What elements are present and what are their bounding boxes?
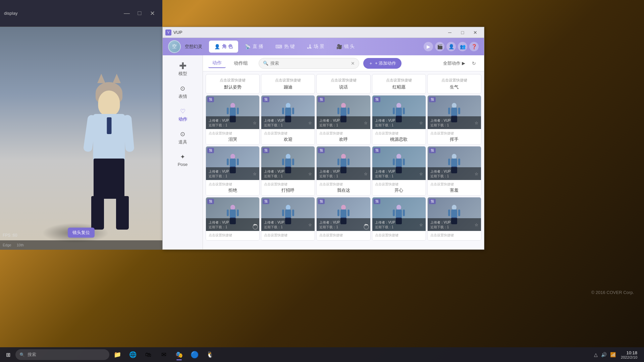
anim-card-2-1[interactable]: 预 上传者：VUP 近期下载：1 (261, 197, 315, 241)
action-card-talk[interactable]: 点击设置快捷键 说话 (316, 74, 370, 94)
display-window-controls: — □ ✕ (121, 9, 158, 17)
sound-icon[interactable]: 🔊 (600, 352, 608, 357)
search-input[interactable] (270, 61, 349, 66)
anim-card-0-0[interactable]: 预 上传者：VUP 近期下载：1 (206, 95, 260, 145)
favorite-star-1-0[interactable]: ☆ (253, 172, 257, 176)
anim-card-0-3[interactable]: 预 上传者：VUP 近期下载：1 (372, 95, 426, 145)
search-box[interactable]: 🔍 ✕ (259, 58, 359, 69)
notification-area-icon[interactable]: △ (593, 352, 599, 357)
favorite-star-0-3[interactable]: ☆ (419, 121, 423, 125)
card-thumbnail-1-3: 预 上传者：VUP 近期下载：1 (372, 146, 426, 180)
uploader-0-0: 上传者：VUP (209, 118, 229, 123)
shortcut-hint-1: 点击设置快捷键 (265, 78, 311, 83)
mini-torso (230, 108, 236, 116)
anim-card-1-1[interactable]: 预 上传者：VUP 近期下载：1 (261, 146, 315, 196)
card-info-0-0: 上传者：VUP 近期下载：1 ☆ (206, 116, 259, 129)
vup-maximize-btn[interactable]: □ (457, 28, 469, 37)
nav-user-btn[interactable]: 👤 (446, 42, 456, 51)
action-card-bundi[interactable]: 点击设置快捷键 蹦迪 (261, 74, 315, 94)
camera-reset-button[interactable]: 镜头复位 (68, 228, 95, 238)
shortcut-hint-0-0: 点击设置快捷键 (209, 131, 257, 136)
refresh-button[interactable]: ↻ (469, 59, 479, 68)
anim-card-2-3[interactable]: 预 上传者：VUP 近期下载：1 (372, 197, 426, 241)
animations-grid: 点击设置快捷键 默认姿势 点击设置快捷键 蹦迪 点击设置快捷键 说话 点击设置快… (203, 71, 484, 249)
profile-avatar[interactable]: 空 (168, 40, 181, 53)
action-card-default-pose[interactable]: 点击设置快捷键 默认姿势 (206, 74, 260, 94)
action-card-angry[interactable]: 点击设置快捷键 生气 (427, 74, 481, 94)
favorite-star-2-3[interactable]: ☆ (419, 223, 423, 227)
sidebar-item-expression[interactable]: ⊙ 表情 (165, 81, 201, 103)
anim-card-1-0[interactable]: 预 上传者：VUP 近期下载：1 (206, 146, 260, 196)
tab-character[interactable]: 👤 角 色 (209, 41, 238, 53)
favorite-star-2-1[interactable]: ☆ (308, 223, 312, 227)
card-info-2-4: 上传者：VUP 近期下载：1 ☆ (428, 218, 481, 231)
anim-card-0-2[interactable]: 预 上传者：VUP 近期下载：1 (316, 95, 370, 145)
tab-camera[interactable]: 🎥 镜 头 (331, 41, 360, 53)
anim-card-1-4[interactable]: 预 上传者：VUP 近期下载：1 (427, 146, 481, 196)
vup-close-btn[interactable]: ✕ (469, 28, 481, 37)
anim-card-2-4[interactable]: 预 上传者：VUP 近期下载：1 (427, 197, 481, 241)
vup-titlebar: V VUP ─ □ ✕ (163, 27, 484, 38)
action-card-hongzhaoyuan[interactable]: 点击设置快捷键 红昭愿 (372, 74, 426, 94)
nav-record-btn[interactable]: 🎬 (435, 42, 444, 51)
preview-badge-2-4: 预 (429, 199, 436, 204)
character-tab-icon: 👤 (214, 44, 220, 49)
mini-arm-r (458, 108, 460, 114)
favorite-star-1-1[interactable]: ☆ (308, 172, 312, 176)
taskbar-app-qq[interactable]: 🐧 (203, 348, 217, 361)
shortcut-hint-3: 点击设置快捷键 (376, 78, 422, 83)
profile-name: 空想幻灵 (185, 44, 202, 50)
taskbar-app-mail[interactable]: ✉ (156, 348, 171, 361)
favorite-star-1-3[interactable]: ☆ (419, 172, 423, 176)
favorite-star-2-4[interactable]: ☆ (475, 223, 478, 227)
anim-card-2-2[interactable]: 预 上传者：VUP 近期下载：1 (316, 197, 370, 241)
sidebar-item-prop[interactable]: ⊙ 道具 (165, 127, 201, 148)
anim-card-1-2[interactable]: 预 上传者：VUP 近期下载：1 (316, 146, 370, 196)
display-minimize-btn[interactable]: — (121, 9, 133, 17)
favorite-star-1-4[interactable]: ☆ (475, 172, 478, 176)
anim-card-1-3[interactable]: 预 上传者：VUP 近期下载：1 (372, 146, 426, 196)
network-icon[interactable]: 📶 (609, 352, 617, 357)
start-button[interactable]: ⊞ (1, 348, 15, 361)
nav-users-btn[interactable]: 👥 (458, 42, 467, 51)
tab-hotkey[interactable]: ⌨ 热 键 (270, 41, 300, 53)
anim-card-0-1[interactable]: 预 上传者：VUP 近期下载：1 (261, 95, 315, 145)
card-info-0-1: 上传者：VUP 近期下载：1 ☆ (261, 116, 315, 129)
add-action-button[interactable]: ＋ + 添加动作 (363, 58, 401, 69)
taskbar-app-file-explorer[interactable]: 📁 (110, 348, 125, 361)
mini-arm-r (403, 209, 405, 216)
vup-minimize-btn[interactable]: ─ (444, 28, 456, 37)
favorite-star-0-0[interactable]: ☆ (253, 121, 257, 125)
sidebar-item-model[interactable]: ➕ 模型 (165, 59, 201, 80)
card-info-1-4: 上传者：VUP 近期下载：1 ☆ (428, 167, 481, 180)
display-maximize-btn[interactable]: □ (133, 9, 146, 17)
search-clear-btn[interactable]: ✕ (351, 61, 355, 66)
char-face (98, 90, 120, 116)
downloads-1-0: 近期下载：1 (209, 174, 229, 179)
card-thumbnail-1-2: 预 上传者：VUP 近期下载：1 (317, 146, 370, 180)
taskbar-app-vup[interactable]: 🎭 (172, 348, 186, 361)
tab-scene[interactable]: 🏞 场 景 (302, 41, 330, 53)
tab-action-btn[interactable]: 动作 (208, 59, 226, 68)
taskbar-search[interactable]: 🔍 搜索 (15, 349, 109, 360)
favorite-star-1-2[interactable]: ☆ (364, 172, 368, 176)
display-close-btn[interactable]: ✕ (146, 9, 158, 17)
tab-action-group-btn[interactable]: 动作组 (230, 59, 252, 68)
taskbar-app-edge[interactable]: 🌐 (125, 348, 140, 361)
taskbar-app-chrome[interactable]: 🔵 (187, 348, 202, 361)
sidebar-item-pose[interactable]: ✦ Pose (165, 150, 201, 170)
nav-help-btn[interactable]: ❓ (469, 42, 479, 51)
taskbar-clock[interactable]: 10:18 2022/2/10 (618, 350, 640, 359)
tab-live[interactable]: 📡 直 播 (239, 41, 269, 53)
sidebar-item-action[interactable]: ♡ 动作 (165, 104, 201, 126)
add-action-label: + 添加动作 (375, 60, 396, 66)
nav-play-btn[interactable]: ▶ (424, 42, 433, 51)
mini-arm-l (227, 209, 229, 216)
all-actions-button[interactable]: 全部动作 ▶ (443, 60, 465, 66)
anim-card-2-0[interactable]: 预 上传者：VUP 近期下载：1 (206, 197, 260, 241)
favorite-star-0-2[interactable]: ☆ (364, 121, 368, 125)
favorite-star-0-1[interactable]: ☆ (308, 121, 312, 125)
anim-card-0-4[interactable]: 预 上传者：VUP 近期下载：1 (427, 95, 481, 145)
favorite-star-0-4[interactable]: ☆ (475, 121, 478, 125)
taskbar-app-store[interactable]: 🛍 (141, 348, 156, 361)
